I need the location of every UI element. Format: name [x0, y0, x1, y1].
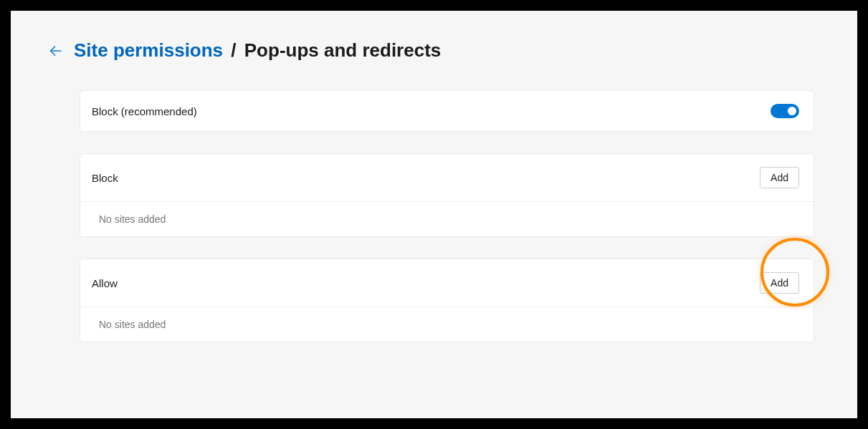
block-recommended-row: Block (recommended) [80, 91, 814, 131]
settings-page: Site permissions / Pop-ups and redirects… [11, 11, 857, 418]
allow-section-empty: No sites added [80, 307, 814, 342]
allow-section-card: Allow Add No sites added [80, 259, 814, 342]
allow-section-title: Allow [92, 277, 118, 289]
breadcrumb-parent-link[interactable]: Site permissions [74, 39, 223, 61]
back-arrow-icon[interactable] [48, 43, 64, 59]
block-recommended-card: Block (recommended) [80, 90, 814, 132]
block-section-title: Block [92, 172, 118, 184]
block-section-empty: No sites added [80, 202, 814, 236]
content-area: Block (recommended) Block Add No sites a… [11, 90, 857, 342]
block-recommended-toggle[interactable] [771, 104, 799, 118]
breadcrumb-text: Site permissions / Pop-ups and redirects [74, 39, 441, 62]
breadcrumb-current: Pop-ups and redirects [244, 39, 442, 61]
breadcrumb: Site permissions / Pop-ups and redirects [11, 39, 857, 62]
block-recommended-label: Block (recommended) [92, 105, 197, 117]
block-add-button[interactable]: Add [760, 167, 799, 188]
toggle-knob [788, 107, 796, 115]
breadcrumb-separator: / [228, 39, 239, 61]
allow-section-header: Allow Add [80, 259, 814, 307]
block-section-header: Block Add [80, 154, 814, 202]
block-section-card: Block Add No sites added [80, 153, 814, 237]
allow-add-button[interactable]: Add [760, 272, 799, 294]
